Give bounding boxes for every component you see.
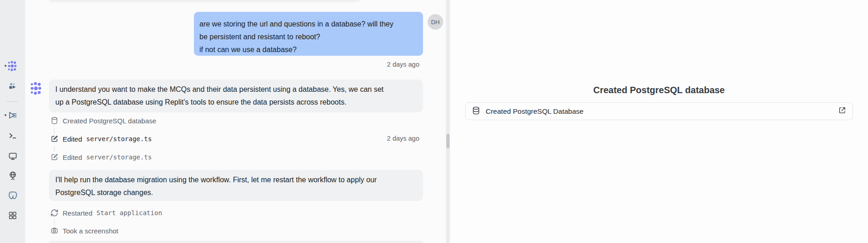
user-message-line: be persistent and resistant to reboot?: [199, 31, 418, 43]
timeline-item-edited-file[interactable]: Edited server/storage.ts: [49, 134, 152, 144]
timeline-item-restarted-workflow[interactable]: Restarted Start application: [49, 208, 162, 218]
toolbar-item-workflows[interactable]: [0, 108, 25, 122]
timeline-item-took-screenshot[interactable]: Took a screenshot: [49, 226, 118, 236]
timeline-connector: [54, 128, 54, 133]
timeline-connector: [54, 220, 54, 225]
timeline-filename: server/storage.ts: [86, 153, 152, 161]
timeline-item-edited-file[interactable]: Edited server/storage.ts: [49, 152, 152, 162]
workflows-icon: [7, 110, 18, 121]
message-timestamp: 2 days ago: [387, 135, 419, 142]
agent-message-line: up a PostgreSQL database using Replit's …: [55, 96, 417, 109]
timeline-action: Edited: [63, 135, 82, 143]
timeline-filename: server/storage.ts: [86, 135, 152, 143]
timeline-label: Created PostgreSQL database: [63, 117, 156, 125]
detail-panel-title: Created PostgreSQL database: [450, 85, 868, 95]
user-message-bubble: are we storing the url and questions in …: [194, 12, 423, 56]
agent-chat-panel: are we storing the url and questions in …: [25, 0, 446, 243]
toolbar-item-output[interactable]: [0, 149, 25, 164]
database-icon: [50, 116, 59, 125]
refresh-icon: [50, 209, 59, 217]
camera-icon: [50, 227, 59, 235]
timeline-item-created-database[interactable]: Created PostgreSQL database: [49, 116, 156, 126]
output-monitor-icon: [8, 151, 18, 161]
previous-message-card-edge: [49, 0, 360, 2]
edit-file-icon: [50, 135, 59, 143]
toolbar-item-all-tools[interactable]: [0, 208, 25, 222]
toolbar-item-agent[interactable]: [0, 58, 25, 73]
agent-message-line: PostgreSQL storage changes.: [55, 186, 417, 199]
edit-file-icon: [50, 153, 59, 161]
chat-scrollbar-thumb[interactable]: [446, 134, 450, 148]
timeline-action: Edited: [63, 153, 82, 161]
message-timestamp: 2 days ago: [387, 61, 419, 68]
all-tools-grid-icon: [8, 211, 17, 220]
user-avatar: DH: [428, 14, 443, 30]
agent-message-line: I understand you want to make the MCQs a…: [55, 83, 417, 96]
timeline-connector: [54, 146, 54, 152]
database-icon: [472, 106, 481, 117]
detail-panel: Created PostgreSQL database Created Post…: [450, 0, 868, 243]
unread-indicator-dot: [5, 65, 6, 67]
toolbar-item-assistant[interactable]: [0, 79, 25, 94]
agent-message-card: I understand you want to make the MCQs a…: [49, 79, 423, 112]
toolbar-item-shell[interactable]: [0, 128, 25, 143]
next-message-card-edge: [49, 241, 423, 243]
agent-avatar-replit-logo-icon: [29, 81, 43, 95]
webview-globe-icon: [8, 171, 18, 181]
postgresql-icon: [8, 190, 18, 201]
timeline-label: Took a screenshot: [63, 227, 118, 235]
shell-icon: [8, 131, 18, 141]
created-database-card[interactable]: Created PostgreSQL Database: [465, 102, 853, 120]
toolbar-item-webview[interactable]: [0, 169, 25, 183]
unread-indicator-dot: [5, 114, 6, 116]
chat-scrollbar-track: [446, 0, 450, 243]
assistant-icon: [8, 82, 18, 92]
timeline-action: Restarted: [63, 209, 92, 217]
timeline-workflow-name: Start application: [96, 209, 162, 217]
replit-agent-icon: [7, 60, 18, 72]
toolbar-item-database[interactable]: [0, 188, 25, 203]
user-message-line: if not can we use a database?: [199, 43, 418, 56]
agent-message-line: I'll help run the database migration usi…: [55, 174, 417, 186]
open-external-icon[interactable]: [838, 106, 847, 116]
left-toolbar: [0, 0, 25, 243]
card-label: Created PostgreSQL Database: [486, 107, 584, 116]
agent-message-card: I'll help run the database migration usi…: [49, 170, 423, 201]
user-message-line: are we storing the url and questions in …: [199, 18, 418, 31]
toolbar-divider: [6, 101, 18, 102]
